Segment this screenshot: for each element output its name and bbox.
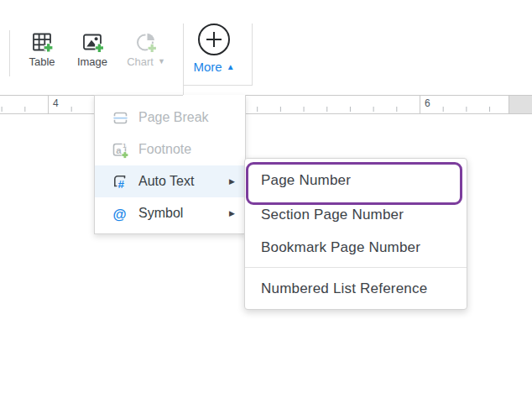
toolbar-separator xyxy=(9,30,10,76)
image-button-label: Image xyxy=(77,55,107,68)
more-button-label: More xyxy=(193,60,222,74)
ruler-ticks xyxy=(0,107,509,112)
app-screen: Table Image Chart ▼ More ▲ xyxy=(0,0,532,393)
submenu-item-label: Page Number xyxy=(261,172,351,189)
menu-item-symbol[interactable]: @ Symbol ▶ xyxy=(95,197,245,229)
more-dropdown-connector-line xyxy=(183,85,253,86)
table-icon xyxy=(31,31,54,54)
more-button[interactable]: More ▲ xyxy=(188,24,240,74)
image-button[interactable]: Image xyxy=(69,31,116,68)
image-icon xyxy=(81,31,104,54)
ruler: 4 5 6 xyxy=(0,95,532,114)
circle-plus-icon xyxy=(198,24,230,55)
menu-item-page-break[interactable]: Page Break xyxy=(95,102,245,134)
chevron-up-icon: ▲ xyxy=(227,63,235,71)
menu-item-label: Auto Text xyxy=(138,174,194,189)
ruler-number: 4 xyxy=(53,97,59,109)
footnote-icon: a 1 xyxy=(112,141,129,159)
submenu-item-page-number[interactable]: Page Number xyxy=(245,164,467,196)
menu-item-label: Page Break xyxy=(138,110,209,125)
submenu-item-label: Bookmark Page Number xyxy=(261,239,420,256)
auto-text-icon: # xyxy=(112,173,129,191)
insert-more-menu: Page Break a 1 Footnote # Auto Text ▶ xyxy=(94,95,246,234)
submenu-item-bookmark-page-number[interactable]: Bookmark Page Number xyxy=(245,231,467,264)
page-break-icon xyxy=(112,109,129,127)
submenu-item-label: Section Page Number xyxy=(261,207,404,223)
ruler-number: 6 xyxy=(425,97,430,109)
submenu-arrow-icon: ▶ xyxy=(229,177,235,186)
ruler-inch-mark xyxy=(420,96,420,113)
svg-text:#: # xyxy=(118,177,125,190)
submenu-arrow-icon: ▶ xyxy=(229,209,235,217)
submenu-item-section-page-number[interactable]: Section Page Number xyxy=(245,198,467,231)
auto-text-submenu: Page Number Section Page Number Bookmark… xyxy=(244,158,467,310)
chart-button[interactable]: Chart ▼ xyxy=(117,31,175,68)
menu-item-auto-text[interactable]: # Auto Text ▶ xyxy=(95,165,245,197)
table-button[interactable]: Table xyxy=(20,31,64,68)
ruler-margin-block xyxy=(509,96,532,113)
svg-text:@: @ xyxy=(113,206,127,221)
menu-item-label: Footnote xyxy=(138,142,191,157)
submenu-item-numbered-list-reference[interactable]: Numbered List Reference xyxy=(245,272,467,305)
svg-text:1: 1 xyxy=(123,142,126,149)
chevron-down-icon: ▼ xyxy=(158,58,165,66)
ruler-inch-mark xyxy=(48,96,49,113)
svg-text:a: a xyxy=(116,144,122,155)
submenu-item-label: Numbered List Reference xyxy=(261,280,427,297)
chart-icon xyxy=(135,31,158,54)
chart-button-label: Chart xyxy=(127,55,154,68)
submenu-divider xyxy=(245,267,467,268)
menu-item-footnote[interactable]: a 1 Footnote xyxy=(95,134,245,165)
table-button-label: Table xyxy=(29,55,55,68)
menu-item-label: Symbol xyxy=(138,206,183,221)
toolbar-separator xyxy=(252,24,253,85)
symbol-icon: @ xyxy=(112,205,129,223)
